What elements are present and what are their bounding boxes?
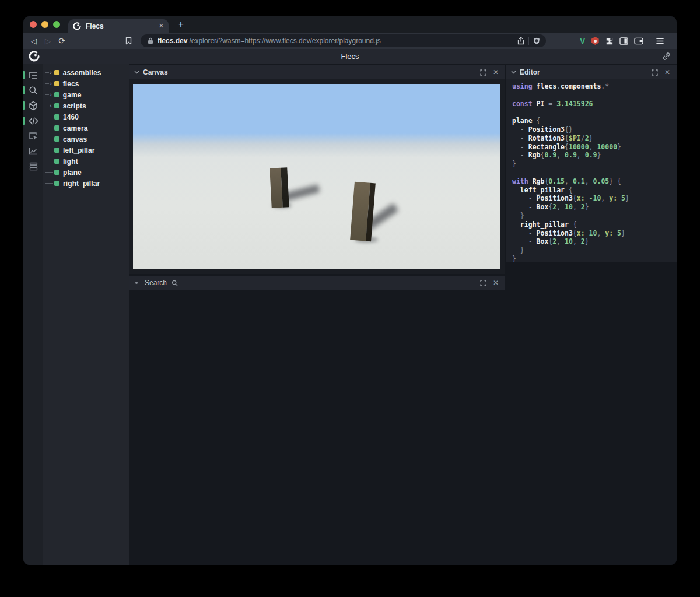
sidebar-search-icon[interactable] [23,83,43,98]
adblock-extension-icon[interactable] [591,37,599,45]
tree-item-label: assemblies [63,69,102,77]
brave-shield-icon[interactable] [533,37,540,45]
tree-item-camera[interactable]: camera [43,122,130,134]
tree-item-game[interactable]: ›game [43,89,130,100]
tab-flecs[interactable]: Flecs ✕ [68,19,169,33]
tree-item-label: right_pillar [63,180,100,188]
code-editor[interactable]: using flecs.components.*const PI = 3.141… [506,79,677,262]
code-line [512,168,677,177]
tab-title: Flecs [86,22,154,30]
tree-item-label: scripts [63,102,86,110]
expand-panel-icon[interactable] [650,68,659,77]
tree-item-label: 1460 [63,113,79,121]
tree-item-scripts[interactable]: ›scripts [43,100,130,111]
tree-item-1460[interactable]: 1460 [43,111,130,122]
minimize-window-button[interactable] [41,21,48,28]
sidebar-inspector-icon[interactable] [23,128,43,143]
code-line: } [512,160,677,168]
lock-icon [148,37,153,44]
search-panel-title: Search [145,279,167,287]
sidebar-toggle-icon[interactable] [620,37,628,45]
expand-chevron-icon[interactable]: › [50,91,52,98]
code-line: using flecs.components.* [512,82,677,91]
browser-window: Flecs ✕ + ◁ ▷ ⟳ flecs.dev /explorer/?was… [23,16,677,565]
canvas-panel-header: Canvas ✕ [130,65,505,79]
wallet-icon[interactable] [634,37,643,45]
code-line [512,108,677,117]
sidebar-cube-icon[interactable] [23,98,43,113]
close-panel-icon[interactable]: ✕ [491,278,501,287]
chevron-down-icon[interactable] [511,71,516,74]
tree-item-right_pillar[interactable]: right_pillar [43,178,130,189]
vue-devtools-icon[interactable]: V [580,36,585,45]
tree-item-label: game [63,91,82,99]
entity-color-square [54,148,60,153]
expand-panel-icon[interactable] [478,68,488,77]
collapsed-marker-icon[interactable] [135,282,138,284]
tree-item-assemblies[interactable]: ›assemblies [43,67,130,78]
share-link-icon[interactable] [662,52,671,61]
right-pillar-mesh [350,182,376,242]
main-panel-area: Canvas ✕ [130,64,677,565]
sidebar-archetypes-icon[interactable] [23,159,43,174]
sidebar-code-icon[interactable] [23,113,43,128]
code-line: - Position3{x: 10, y: 5} [512,229,677,238]
left-pillar-mesh [270,167,289,208]
tree-item-label: flecs [63,80,79,88]
tab-bar: Flecs ✕ + [23,16,677,33]
menu-icon[interactable] [656,38,664,44]
tree-item-light[interactable]: light [43,156,130,167]
tree-item-canvas[interactable]: canvas [43,134,130,145]
share-icon[interactable] [517,37,524,45]
flecs-explorer-app: Flecs ›assemblies›flecs›game›scripts1460… [23,49,677,565]
tree-item-plane[interactable]: plane [43,167,130,178]
entity-color-square [54,136,60,142]
code-line: - Rectangle{10000, 10000} [512,143,677,152]
divider [528,37,529,45]
sidebar-stats-icon[interactable] [23,143,43,159]
entity-color-square [54,114,60,120]
extension-icons: V [580,36,664,45]
code-line: - Rgb{0.9, 0.9, 0.9} [512,151,677,160]
canvas-panel-title: Canvas [143,68,168,76]
bookmark-icon[interactable] [125,37,132,45]
editor-panel-header: Editor ✕ [506,65,677,79]
entity-color-square [54,70,60,75]
code-line: } [512,255,677,262]
code-line: - Position3{} [512,125,677,134]
expand-panel-icon[interactable] [478,278,488,287]
back-button[interactable]: ◁ [27,37,41,45]
entity-color-square [54,103,60,108]
code-line: const PI = 3.1415926 [512,100,677,108]
new-tab-button[interactable]: + [178,16,184,33]
expand-chevron-icon[interactable]: › [50,69,52,76]
zoom-window-button[interactable] [53,21,60,28]
address-bar[interactable]: flecs.dev /explorer/?wasm=https://www.fl… [141,34,546,47]
window-controls [23,16,68,33]
close-window-button[interactable] [30,21,37,28]
entity-color-square [54,170,60,175]
close-panel-icon[interactable]: ✕ [663,68,672,77]
forward-button[interactable]: ▷ [41,37,55,45]
code-line: with Rgb{0.15, 0.1, 0.05} { [512,177,677,186]
editor-panel-title: Editor [520,68,540,76]
3d-viewport[interactable] [133,84,501,269]
tab-close-icon[interactable]: ✕ [159,22,164,30]
puzzle-extensions-icon[interactable] [605,37,614,45]
code-line: - Box{2, 10, 2} [512,203,677,212]
close-panel-icon[interactable]: ✕ [491,68,501,77]
search-panel-header: Search ✕ [130,276,505,290]
app-header: Flecs [23,49,677,64]
entity-color-square [54,159,60,164]
reload-button[interactable]: ⟳ [55,36,69,45]
tree-item-label: light [63,157,78,166]
chevron-down-icon[interactable] [134,71,139,74]
sidebar-entity-tree-icon[interactable] [23,68,43,83]
tree-item-label: plane [63,168,82,177]
tree-item-left_pillar[interactable]: left_pillar [43,145,130,156]
expand-chevron-icon[interactable]: › [50,80,52,87]
tree-item-flecs[interactable]: ›flecs [43,78,130,89]
expand-chevron-icon[interactable]: › [50,102,52,109]
browser-toolbar: ◁ ▷ ⟳ flecs.dev /explorer/?wasm=https://… [23,33,677,49]
tree-item-label: canvas [63,135,87,143]
